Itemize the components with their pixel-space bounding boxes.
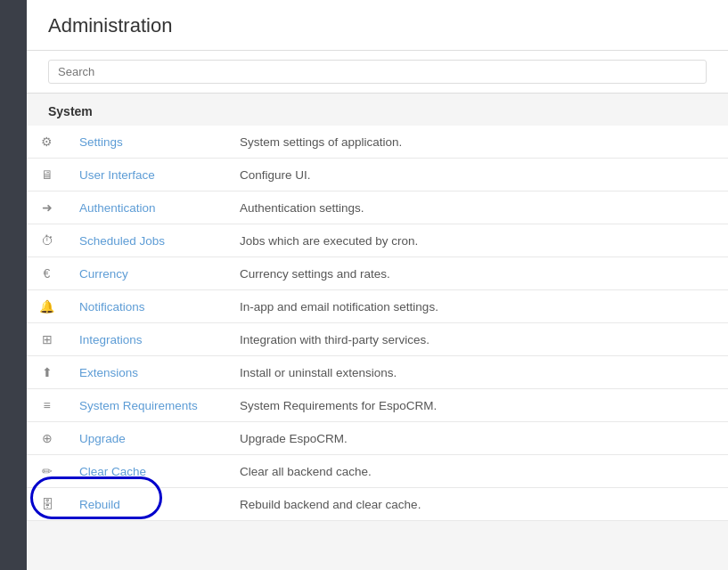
search-input[interactable] — [48, 60, 707, 84]
desc-notifications: In-app and email notification settings. — [227, 290, 728, 323]
sidebar — [0, 0, 27, 570]
link-notifications[interactable]: Notifications — [79, 300, 145, 314]
link-authentication[interactable]: Authentication — [79, 201, 156, 215]
section-header: System — [27, 94, 728, 126]
icon-monitor: 🖥 — [27, 159, 67, 191]
page-title: Administration — [48, 14, 707, 37]
table-row: ✏Clear CacheClear all backend cache. — [27, 455, 728, 488]
desc-settings: System settings of application. — [227, 126, 728, 159]
link-cell-system-requirements: System Requirements — [67, 389, 227, 422]
icon-integrations: ⊞ — [27, 323, 67, 356]
desc-user-interface: Configure UI. — [227, 159, 728, 191]
table-row: 🔔NotificationsIn-app and email notificat… — [27, 290, 728, 323]
main-content: Administration System ⚙SettingsSystem se… — [27, 0, 728, 570]
link-cell-currency: Currency — [67, 257, 227, 290]
link-cell-authentication: Authentication — [67, 191, 227, 224]
table-row: 🗄RebuildRebuild backend and clear cache. — [27, 488, 728, 521]
icon-signin: ➜ — [27, 191, 67, 224]
link-cell-settings: Settings — [67, 126, 227, 159]
icon-bell: 🔔 — [27, 290, 67, 323]
link-user-interface[interactable]: User Interface — [79, 168, 155, 182]
page-wrapper: Administration System ⚙SettingsSystem se… — [0, 0, 728, 570]
admin-table: ⚙SettingsSystem settings of application.… — [27, 126, 728, 521]
desc-integrations: Integration with third-party services. — [227, 323, 728, 356]
icon-cache: ✏ — [27, 455, 67, 488]
table-row: ⊕UpgradeUpgrade EspoCRM. — [27, 422, 728, 455]
link-upgrade[interactable]: Upgrade — [79, 432, 126, 445]
link-cell-rebuild: Rebuild — [67, 488, 227, 521]
link-cell-upgrade: Upgrade — [67, 422, 227, 455]
desc-system-requirements: System Requirements for EspoCRM. — [227, 389, 728, 422]
icon-clock: ⏱ — [27, 224, 67, 257]
search-bar-wrapper — [27, 51, 728, 94]
table-row: 🖥User InterfaceConfigure UI. — [27, 159, 728, 191]
link-cell-user-interface: User Interface — [67, 159, 227, 191]
link-cell-clear-cache: Clear Cache — [67, 455, 227, 488]
desc-extensions: Install or uninstall extensions. — [227, 356, 728, 389]
link-cell-extensions: Extensions — [67, 356, 227, 389]
table-row: ⬆ExtensionsInstall or uninstall extensio… — [27, 356, 728, 389]
link-currency[interactable]: Currency — [79, 267, 128, 281]
link-scheduled-jobs[interactable]: Scheduled Jobs — [79, 234, 165, 248]
page-header: Administration — [27, 0, 728, 51]
desc-rebuild: Rebuild backend and clear cache. — [227, 488, 728, 521]
link-settings[interactable]: Settings — [79, 135, 123, 149]
icon-upload: ⬆ — [27, 356, 67, 389]
table-row: ➜AuthenticationAuthentication settings. — [27, 191, 728, 224]
table-row: ⏱Scheduled JobsJobs which are executed b… — [27, 224, 728, 257]
link-rebuild[interactable]: Rebuild — [79, 498, 120, 511]
icon-upgrade: ⊕ — [27, 422, 67, 455]
link-cell-notifications: Notifications — [67, 290, 227, 323]
desc-currency: Currency settings and rates. — [227, 257, 728, 290]
table-row: €CurrencyCurrency settings and rates. — [27, 257, 728, 290]
desc-clear-cache: Clear all backend cache. — [227, 455, 728, 488]
icon-rebuild: 🗄 — [27, 488, 67, 521]
link-integrations[interactable]: Integrations — [79, 333, 143, 346]
admin-table-wrapper: ⚙SettingsSystem settings of application.… — [27, 126, 728, 521]
link-clear-cache[interactable]: Clear Cache — [79, 465, 146, 478]
desc-authentication: Authentication settings. — [227, 191, 728, 224]
icon-euro: € — [27, 257, 67, 290]
table-row: ⚙SettingsSystem settings of application. — [27, 126, 728, 159]
link-system-requirements[interactable]: System Requirements — [79, 399, 198, 412]
table-row: ⊞IntegrationsIntegration with third-part… — [27, 323, 728, 356]
desc-scheduled-jobs: Jobs which are executed by cron. — [227, 224, 728, 257]
desc-upgrade: Upgrade EspoCRM. — [227, 422, 728, 455]
link-cell-integrations: Integrations — [67, 323, 227, 356]
table-row: ≡System RequirementsSystem Requirements … — [27, 389, 728, 422]
icon-requirements: ≡ — [27, 389, 67, 422]
link-extensions[interactable]: Extensions — [79, 366, 138, 379]
link-cell-scheduled-jobs: Scheduled Jobs — [67, 224, 227, 257]
icon-gear: ⚙ — [27, 126, 67, 159]
